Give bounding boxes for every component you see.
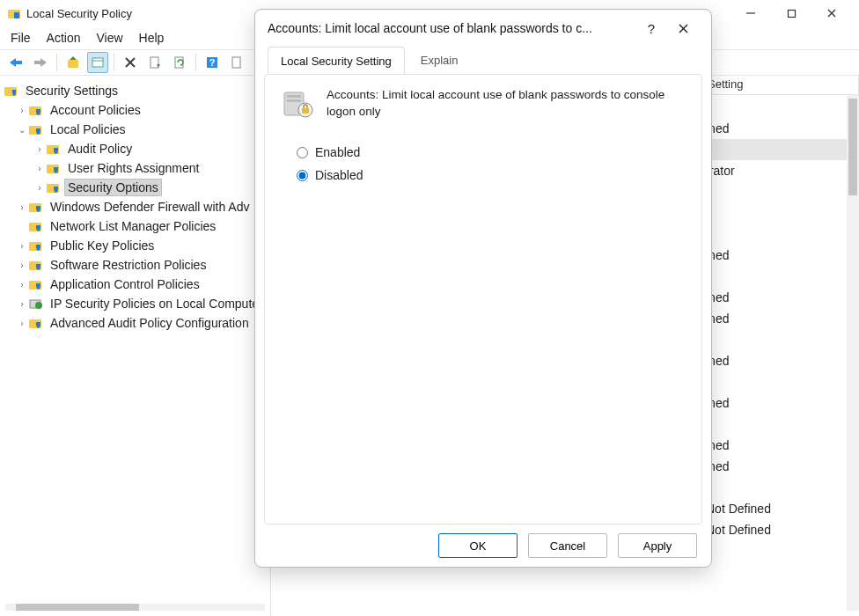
- folder-shield-icon: [46, 180, 62, 194]
- tree-root[interactable]: Security Settings: [4, 81, 270, 100]
- policy-icon: [281, 87, 314, 121]
- radio-enabled-input[interactable]: [297, 147, 308, 158]
- tree-hscrollbar[interactable]: [5, 604, 265, 611]
- delete-button[interactable]: [120, 52, 141, 73]
- ok-button[interactable]: OK: [438, 533, 518, 558]
- tree-item[interactable]: ›Security Options: [4, 178, 270, 197]
- list-cell-setting: ined: [701, 248, 859, 262]
- tree-caret-icon[interactable]: ·: [16, 222, 28, 231]
- tree-item[interactable]: ›User Rights Assignment: [4, 158, 270, 178]
- menu-action[interactable]: Action: [47, 31, 81, 45]
- folder-shield-icon: [28, 316, 44, 330]
- tree-caret-icon[interactable]: ›: [33, 183, 46, 193]
- back-button[interactable]: [5, 52, 26, 73]
- maximize-button[interactable]: [771, 0, 811, 26]
- folder-shield-icon: [46, 142, 62, 156]
- tree-caret-icon[interactable]: ›: [16, 202, 28, 212]
- tree-item-label: Windows Defender Firewall with Adv: [48, 199, 252, 215]
- folder-shield-icon: [28, 219, 44, 233]
- tree-caret-icon[interactable]: ›: [16, 319, 28, 328]
- folder-shield-icon: [28, 258, 44, 272]
- dialog-titlebar: Accounts: Limit local account use of bla…: [255, 10, 711, 47]
- list-cell-setting: ined: [701, 396, 859, 410]
- tree-item-label: Local Policies: [48, 121, 128, 137]
- tree-caret-icon[interactable]: ›: [33, 144, 46, 154]
- svg-rect-40: [302, 108, 309, 114]
- tree-item-label: Application Control Policies: [48, 276, 202, 292]
- svg-rect-1: [14, 12, 19, 18]
- svg-rect-14: [151, 57, 158, 68]
- export-button[interactable]: [144, 52, 165, 73]
- tree-caret-icon[interactable]: ›: [16, 260, 28, 270]
- apply-button[interactable]: Apply: [618, 533, 697, 558]
- list-vscrollbar[interactable]: [847, 95, 859, 611]
- dialog-help-button[interactable]: ?: [635, 14, 667, 42]
- tree-item[interactable]: ⌄Local Policies: [4, 120, 270, 139]
- tree-item-label: Security Options: [65, 180, 161, 195]
- svg-marker-7: [34, 58, 47, 67]
- tree-item[interactable]: ›Software Restriction Policies: [4, 255, 270, 275]
- properties-button[interactable]: [87, 52, 108, 73]
- dialog-body: Accounts: Limit local account use of bla…: [264, 74, 702, 524]
- tree-item[interactable]: ›Audit Policy: [4, 139, 270, 158]
- folder-shield-icon: [28, 103, 44, 117]
- radio-disabled[interactable]: Disabled: [297, 168, 686, 182]
- tree-item-label: Account Policies: [48, 102, 143, 118]
- refresh-button[interactable]: [169, 52, 190, 73]
- svg-text:?: ?: [209, 57, 216, 68]
- list-cell-setting: ined: [701, 312, 859, 326]
- menu-file[interactable]: File: [11, 31, 31, 45]
- dialog-heading: Accounts: Limit local account use of bla…: [327, 87, 679, 121]
- radio-enabled-label: Enabled: [315, 145, 360, 159]
- menu-help[interactable]: Help: [139, 31, 165, 45]
- svg-rect-16: [175, 57, 183, 68]
- shield-folder-icon: [4, 84, 19, 98]
- tree-caret-icon[interactable]: ›: [16, 106, 28, 115]
- folder-shield-icon: [46, 161, 62, 175]
- tree-caret-icon[interactable]: ›: [33, 164, 46, 173]
- tree-item-label: Audit Policy: [65, 141, 135, 157]
- tree-item-label: Public Key Policies: [48, 238, 157, 253]
- radio-enabled[interactable]: Enabled: [297, 145, 686, 159]
- tree-caret-icon[interactable]: ⌄: [16, 125, 28, 135]
- tree-caret-icon[interactable]: ›: [16, 299, 28, 309]
- dialog-close-button[interactable]: [667, 14, 699, 42]
- dialog-title: Accounts: Limit local account use of bla…: [268, 21, 592, 35]
- cancel-button[interactable]: Cancel: [528, 533, 607, 558]
- tree-item[interactable]: ›Public Key Policies: [4, 236, 270, 255]
- tree-item-label: Advanced Audit Policy Configuration: [48, 315, 252, 331]
- tree-caret-icon[interactable]: ›: [16, 280, 28, 290]
- tab-local-security-setting[interactable]: Local Security Setting: [268, 47, 405, 74]
- tree-panel: Security Settings ›Account Policies⌄Loca…: [0, 76, 271, 616]
- properties-dialog: Accounts: Limit local account use of bla…: [254, 9, 712, 568]
- tree-item[interactable]: ›Account Policies: [4, 100, 270, 120]
- folder-shield-icon: [28, 277, 44, 291]
- list-header-setting[interactable]: Setting: [701, 76, 859, 94]
- window-title: Local Security Policy: [26, 7, 132, 20]
- tree-item-label: IP Security Policies on Local Compute: [48, 296, 261, 312]
- up-button[interactable]: [62, 52, 84, 73]
- tree-caret-icon[interactable]: ›: [16, 241, 28, 251]
- forward-button[interactable]: [30, 52, 51, 73]
- minimize-button[interactable]: [731, 0, 771, 26]
- tree-item[interactable]: ›Application Control Policies: [4, 275, 270, 294]
- radio-disabled-input[interactable]: [297, 170, 308, 181]
- tree-item[interactable]: ›Advanced Audit Policy Configuration: [4, 313, 270, 333]
- list-cell-setting: ined: [701, 459, 859, 473]
- list-cell-setting: Not Defined: [701, 523, 859, 537]
- tab-explain[interactable]: Explain: [408, 47, 471, 74]
- folder-shield-icon: [28, 122, 44, 136]
- close-button[interactable]: [811, 0, 852, 26]
- dialog-tabs: Local Security Setting Explain: [255, 47, 711, 74]
- tree-item[interactable]: ›IP Security Policies on Local Compute: [4, 294, 270, 313]
- filter-button[interactable]: [226, 52, 247, 73]
- tree-item[interactable]: ›Windows Defender Firewall with Adv: [4, 197, 270, 216]
- svg-rect-10: [92, 58, 103, 67]
- help-button[interactable]: ?: [202, 52, 223, 73]
- svg-point-32: [35, 302, 42, 309]
- list-cell-setting: d: [701, 100, 859, 114]
- folder-shield-icon: [28, 200, 44, 214]
- menu-view[interactable]: View: [96, 31, 122, 45]
- list-cell-setting: ined: [701, 121, 859, 136]
- tree-item[interactable]: ·Network List Manager Policies: [4, 216, 270, 236]
